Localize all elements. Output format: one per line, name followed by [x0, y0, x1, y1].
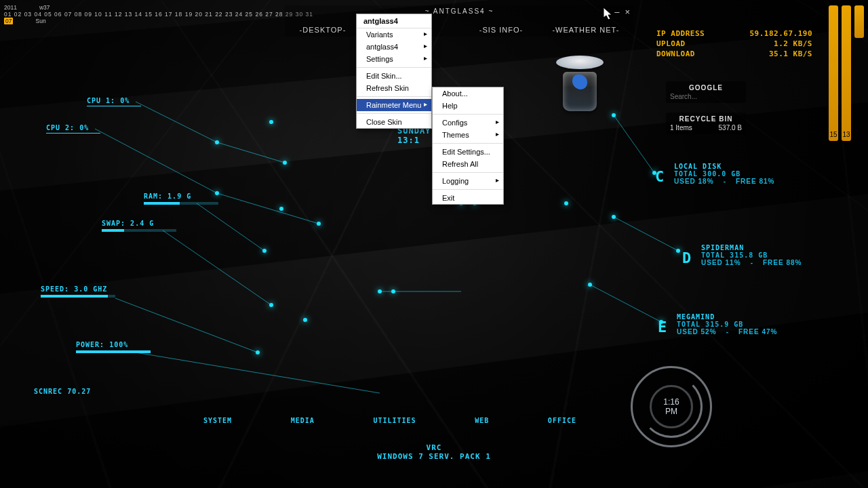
context-menu-secondary: About... Help Configs Themes Edit Settin… — [432, 87, 504, 205]
cal-week: w37 — [39, 4, 50, 11]
menu-item-antglass4[interactable]: antglass4 — [357, 41, 431, 53]
side-bar-a: 15 — [829, 5, 838, 141]
context-menu-primary: antglass4 Variants antglass4 Settings Ed… — [356, 14, 432, 129]
disk-c-name: LOCAL DISK — [674, 163, 796, 170]
side-bar-c — [854, 5, 864, 38]
launch-web[interactable]: WEB — [475, 417, 489, 424]
menu-item-themes[interactable]: Themes — [433, 129, 503, 141]
side-bar-b: 13 — [842, 5, 851, 141]
disk-e-letter: E — [658, 319, 667, 336]
menu-item-rainmeter-menu[interactable]: Rainmeter Menu — [357, 99, 431, 111]
minimize-button[interactable]: – — [614, 7, 619, 17]
os-info: VRC WINDOWS 7 SERV. PACK 1 — [377, 443, 491, 461]
menu-item-close-skin[interactable]: Close Skin — [357, 116, 431, 128]
menu-item-logging[interactable]: Logging — [433, 175, 503, 187]
recycle-size: 537.0 B — [719, 124, 742, 131]
net-down-label: DOWNLOAD — [656, 49, 695, 58]
stat-cpu2: CPU 2: 0% — [46, 124, 100, 134]
stat-speed: SPEED: 3.0 GHZ — [41, 285, 115, 298]
google-panel: GOOGLE — [666, 81, 746, 103]
google-search-input[interactable] — [670, 93, 742, 100]
stat-cpu1: CPU 1: 0% — [87, 97, 141, 106]
disk-e-name: MEGAMIND — [677, 313, 799, 321]
menu-item-edit-skin[interactable]: Edit Skin... — [357, 70, 431, 82]
disk-d-letter: D — [682, 249, 691, 266]
launcher-row: SYSTEM MEDIA UTILITIES WEB OFFICE — [203, 417, 576, 424]
tab-desktop[interactable]: -DESKTOP- — [300, 26, 347, 34]
cal-today: 07 — [4, 18, 13, 24]
menu-item-help[interactable]: Help — [433, 100, 503, 112]
launch-office[interactable]: OFFICE — [548, 417, 576, 424]
disk-c[interactable]: C LOCAL DISK TOTAL 300.0 GB USED 18% - F… — [674, 163, 796, 185]
disk-e[interactable]: E MEGAMIND TOTAL 315.9 GB USED 52% - FRE… — [677, 313, 799, 336]
side-meter-bars: 15 13 — [829, 5, 864, 141]
cal-year: 2011 — [4, 4, 17, 11]
cal-days: 01 02 03 04 05 06 07 08 09 10 11 12 13 1… — [4, 11, 313, 18]
disk-d-name: SPIDERMAN — [701, 244, 823, 251]
google-title: GOOGLE — [670, 84, 742, 92]
menu-item-about[interactable]: About... — [433, 87, 503, 100]
recycle-bin-icon[interactable] — [556, 56, 604, 111]
net-ip-label: IP ADDRESS — [656, 29, 705, 38]
menu1-title: antglass4 — [357, 14, 431, 28]
clock-ampm: PM — [665, 407, 677, 416]
launch-utilities[interactable]: UTILITIES — [373, 417, 416, 424]
menu-item-variants[interactable]: Variants — [357, 28, 431, 41]
clock-widget: 1:16PM — [631, 366, 712, 447]
window-titlebar: ~ ANTGLASS4 ~ – × -DESKTOP- -SIS INFO- -… — [285, 5, 634, 37]
close-button[interactable]: × — [625, 7, 630, 17]
menu-item-refresh-skin[interactable]: Refresh Skin — [357, 82, 431, 94]
calendar-strip: 2011 w37 01 02 03 04 05 06 07 08 09 10 1… — [4, 4, 313, 24]
stat-scnrec: SCNREC 70.27 — [34, 388, 91, 395]
tab-weather[interactable]: -WEATHER NET- — [552, 26, 619, 34]
cal-dow: Sun — [36, 18, 46, 24]
clock-time: 1:16 — [663, 397, 679, 407]
menu-item-exit[interactable]: Exit — [433, 192, 503, 204]
recycle-items: 1 Items — [670, 124, 692, 131]
net-down-value: 35.1 KB/S — [769, 49, 812, 58]
launch-media[interactable]: MEDIA — [291, 417, 315, 424]
stat-ram: RAM: 1.9 G — [144, 192, 218, 205]
net-up-label: UPLOAD — [656, 39, 686, 48]
net-up-value: 1.2 KB/S — [774, 39, 812, 48]
stat-power: POWER: 100% — [76, 341, 151, 353]
recycle-title: RECYCLE BIN — [670, 115, 742, 123]
net-ip-value: 59.182.67.190 — [749, 29, 812, 38]
tab-sis-info[interactable]: -SIS INFO- — [479, 26, 523, 34]
menu-item-refresh-all[interactable]: Refresh All — [433, 158, 503, 170]
disk-d[interactable]: D SPIDERMAN TOTAL 315.8 GB USED 11% - FR… — [701, 244, 823, 266]
recycle-panel[interactable]: RECYCLE BIN 1 Items 537.0 B — [666, 113, 746, 134]
menu-item-edit-settings[interactable]: Edit Settings... — [433, 146, 503, 158]
launch-system[interactable]: SYSTEM — [203, 417, 232, 424]
stat-swap: SWAP: 2.4 G — [102, 220, 176, 232]
disk-c-letter: C — [655, 168, 664, 185]
network-panel: IP ADDRESS59.182.67.190 UPLOAD1.2 KB/S D… — [656, 28, 812, 59]
menu-item-settings[interactable]: Settings — [357, 53, 431, 65]
window-title: ~ ANTGLASS4 ~ — [425, 7, 494, 15]
menu-item-configs[interactable]: Configs — [433, 117, 503, 129]
